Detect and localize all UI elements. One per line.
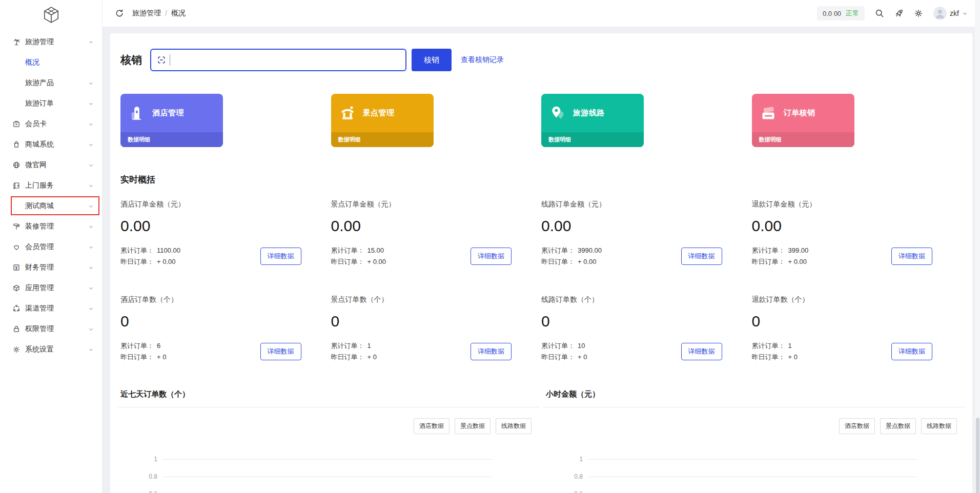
stat-line: 昨日订单：+ 0 — [120, 352, 166, 363]
card-main: 旅游线路 — [541, 94, 644, 132]
sidebar-item-label: 旅游产品 — [25, 78, 88, 88]
stat-line-value: 1 — [368, 342, 371, 350]
chart-toolbar: 酒店数据景点数据线路数据 — [120, 418, 532, 434]
chart-series-button-酒店数据[interactable]: 酒店数据 — [839, 418, 875, 434]
channel-icon — [12, 304, 21, 313]
chart-series-button-线路数据[interactable]: 线路数据 — [496, 418, 532, 434]
card-footer-link[interactable]: 数据明细 — [752, 132, 854, 147]
module-card-旅游线路[interactable]: 旅游线路数据明细 — [541, 94, 644, 147]
sidebar-item-会员卡[interactable]: 会员卡 — [0, 114, 102, 134]
detail-data-button[interactable]: 详细数据 — [471, 343, 512, 360]
detail-data-button[interactable]: 详细数据 — [471, 248, 512, 265]
stat-line: 累计订单：1 — [752, 340, 798, 352]
card-footer-link[interactable]: 数据明细 — [331, 132, 434, 147]
stat-line: 累计订单：1100.00 — [120, 245, 180, 256]
breadcrumb-item-main[interactable]: 旅游管理 — [132, 9, 161, 18]
module-cards: 酒店管理数据明细景点管理数据明细旅游线路数据明细订单核销数据明细 — [120, 94, 962, 147]
axis-row: 1 — [120, 450, 537, 468]
verify-input-box[interactable] — [150, 49, 406, 71]
stat-line: 昨日订单：+ 0 — [541, 352, 587, 363]
scan-icon[interactable] — [157, 55, 166, 65]
sidebar-item-财务管理[interactable]: 财务管理 — [0, 257, 102, 278]
verify-input[interactable] — [174, 50, 400, 70]
sidebar-item-旅游管理[interactable]: 旅游管理 — [0, 32, 102, 52]
stat-lines: 累计订单：10昨日订单：+ 0 — [541, 340, 587, 363]
module-card-酒店管理[interactable]: 酒店管理数据明细 — [120, 94, 223, 147]
stat-cell-景点订单数（个）: 景点订单数（个）0累计订单：1昨日订单：+ 0详细数据 — [331, 295, 542, 363]
stat-line-value: + 0.00 — [368, 258, 386, 265]
chevron-down-icon — [88, 101, 94, 107]
detail-data-button[interactable]: 详细数据 — [260, 343, 301, 360]
gear-icon[interactable] — [914, 9, 923, 18]
status-badge[interactable]: 0.0 00 正常 — [817, 6, 865, 20]
sidebar-item-旅游订单[interactable]: 旅游订单 — [0, 93, 102, 114]
sidebar-item-会员管理[interactable]: 会员管理 — [0, 237, 102, 257]
card-main: 酒店管理 — [120, 94, 223, 132]
settings-icon — [12, 345, 21, 354]
chart-series-button-线路数据[interactable]: 线路数据 — [921, 418, 957, 434]
stat-label: 景点订单金额（元） — [331, 200, 542, 209]
sidebar-item-应用管理[interactable]: 应用管理 — [0, 278, 102, 298]
breadcrumb-separator: / — [165, 9, 167, 17]
sidebar-item-旅游产品[interactable]: 旅游产品 — [0, 73, 102, 93]
verify-records-link[interactable]: 查看核销记录 — [461, 55, 504, 65]
sidebar-item-测试商城[interactable]: 测试商城 — [0, 196, 102, 216]
detail-data-button[interactable]: 详细数据 — [260, 248, 301, 265]
sidebar-item-上门服务[interactable]: 上门服务 — [0, 175, 102, 196]
stat-lines: 累计订单：1昨日订单：+ 0 — [752, 340, 798, 363]
sidebar-item-label: 应用管理 — [25, 283, 88, 293]
stat-line-label: 昨日订单： — [331, 353, 364, 361]
verify-button[interactable]: 核销 — [412, 49, 452, 71]
sidebar-item-微官网[interactable]: 微官网 — [0, 155, 102, 175]
rocket-icon[interactable] — [894, 9, 904, 18]
stat-line-value: 10 — [578, 342, 585, 350]
card-footer-link[interactable]: 数据明细 — [541, 132, 644, 147]
axis-row: 1 — [546, 450, 962, 468]
sidebar-item-label: 概况 — [25, 58, 94, 67]
verify-section: 核销 核销 查看核销记录 — [120, 49, 962, 71]
detail-data-button[interactable]: 详细数据 — [891, 248, 932, 265]
stat-line-label: 昨日订单： — [752, 258, 785, 265]
chart-series-button-景点数据[interactable]: 景点数据 — [880, 418, 916, 434]
card-footer-label: 数据明细 — [759, 136, 782, 143]
stat-lines: 累计订单：15.00昨日订单：+ 0.00 — [331, 245, 386, 268]
stat-line-label: 昨日订单： — [120, 353, 154, 361]
y-axis-tick: 0.8 — [546, 473, 588, 480]
detail-data-button[interactable]: 详细数据 — [681, 343, 722, 360]
divider — [117, 407, 540, 407]
scrollbar-thumb[interactable] — [976, 418, 979, 493]
sidebar-item-系统设置[interactable]: 系统设置 — [0, 339, 102, 360]
chart-series-button-景点数据[interactable]: 景点数据 — [455, 418, 491, 434]
stat-line-value: 15.00 — [368, 246, 384, 254]
palm-icon — [12, 38, 21, 46]
stat-cell-退款订单金额（元）: 退款订单金额（元）0.00累计订单：399.00昨日订单：+ 0.00详细数据 — [752, 200, 963, 268]
sidebar-item-label: 微官网 — [25, 160, 88, 170]
card-main: 景点管理 — [331, 94, 434, 132]
refresh-icon[interactable] — [115, 9, 124, 18]
sidebar-item-商城系统[interactable]: 商城系统 — [0, 134, 102, 155]
stat-cell-酒店订单金额（元）: 酒店订单金额（元）0.00累计订单：1100.00昨日订单：+ 0.00详细数据 — [120, 200, 331, 268]
content-card: 核销 核销 查看核销记录 酒店管理数据明细景点管理数据明细旅游线路数据明细订单核… — [110, 33, 972, 493]
detail-data-button[interactable]: 详细数据 — [681, 248, 722, 265]
sidebar-item-概况[interactable]: 概况 — [0, 52, 102, 73]
stat-line-label: 累计订单： — [752, 342, 785, 350]
module-card-订单核销[interactable]: 订单核销数据明细 — [752, 94, 854, 147]
chevron-down-icon — [88, 162, 94, 168]
chart-series-button-酒店数据[interactable]: 酒店数据 — [414, 418, 450, 434]
search-icon[interactable] — [875, 9, 884, 18]
hotel-icon — [128, 105, 146, 122]
user-menu[interactable]: zkf — [933, 7, 968, 20]
stat-line-value: 6 — [157, 342, 160, 350]
sidebar-item-权限管理[interactable]: 权限管理 — [0, 319, 102, 339]
app-cube-icon — [12, 284, 21, 292]
detail-data-button[interactable]: 详细数据 — [891, 343, 932, 360]
card-footer-link[interactable]: 数据明细 — [120, 132, 223, 147]
module-card-景点管理[interactable]: 景点管理数据明细 — [331, 94, 434, 147]
content-area: 核销 核销 查看核销记录 酒店管理数据明细景点管理数据明细旅游线路数据明细订单核… — [103, 27, 980, 493]
sidebar-item-渠道管理[interactable]: 渠道管理 — [0, 298, 102, 319]
chart-title: 近七天订单数（个） — [120, 389, 537, 407]
chart-panel-近七天订单数（个）: 近七天订单数（个）酒店数据景点数据线路数据10.80.6 — [120, 389, 537, 493]
sidebar-item-label: 装修管理 — [25, 222, 88, 231]
chevron-down-icon — [88, 347, 94, 353]
sidebar-item-装修管理[interactable]: 装修管理 — [0, 216, 102, 237]
